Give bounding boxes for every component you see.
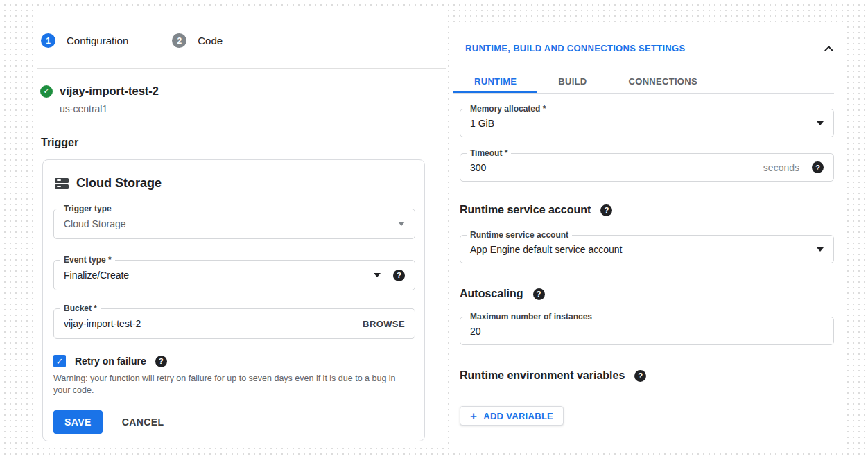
memory-allocated-value: 1 GiB [470, 118, 494, 129]
trigger-card: Cloud Storage Trigger type Cloud Storage… [42, 159, 425, 441]
max-instances-input[interactable]: Maximum number of instances 20 [460, 317, 834, 345]
success-check-icon: ✓ [40, 85, 53, 98]
timeout-input[interactable]: Timeout * 300 seconds ? [460, 153, 834, 182]
trigger-type-value: Cloud Storage [64, 218, 126, 229]
autoscaling-help-icon[interactable]: ? [533, 288, 545, 300]
page-background: 1 Configuration — 2 Code ✓ vijay-import-… [0, 0, 868, 456]
service-account-value: App Engine default service account [470, 244, 622, 255]
event-type-help-icon[interactable]: ? [393, 270, 405, 281]
retry-checkbox-label: Retry on failure [75, 356, 146, 367]
bucket-input[interactable]: Bucket * vijay-import-test-2 BROWSE [53, 308, 415, 339]
event-type-label: Event type * [60, 255, 115, 265]
settings-tabs: RUNTIME BUILD CONNECTIONS [453, 69, 834, 94]
timeout-label: Timeout * [467, 148, 511, 158]
settings-expander-title: RUNTIME, BUILD AND CONNECTIONS SETTINGS [465, 43, 685, 53]
settings-expander[interactable]: RUNTIME, BUILD AND CONNECTIONS SETTINGS [465, 43, 832, 53]
timeout-unit: seconds [763, 162, 799, 173]
step-1-circle[interactable]: 1 [41, 33, 55, 48]
function-header: ✓ vijay-import-test-2 [40, 85, 159, 98]
service-account-select[interactable]: Runtime service account App Engine defau… [460, 235, 834, 263]
timeout-help-icon[interactable]: ? [812, 161, 824, 173]
bucket-label: Bucket * [60, 304, 101, 313]
event-type-select[interactable]: Event type * Finalize/Create ? [53, 260, 415, 290]
trigger-card-title-row: Cloud Storage [55, 176, 162, 191]
add-variable-button[interactable]: + ADD VARIABLE [460, 406, 564, 426]
step-separator: — [145, 35, 155, 46]
step-2-label[interactable]: Code [198, 35, 223, 46]
event-type-value: Finalize/Create [64, 270, 129, 281]
browse-button[interactable]: BROWSE [363, 319, 405, 329]
function-name: vijay-import-test-2 [60, 85, 159, 98]
tab-connections[interactable]: CONNECTIONS [608, 69, 718, 93]
add-variable-label: ADD VARIABLE [483, 411, 553, 421]
service-account-help-icon[interactable]: ? [600, 204, 612, 216]
dropdown-caret-icon [374, 273, 381, 277]
save-button[interactable]: SAVE [53, 410, 103, 434]
plus-icon: + [470, 410, 477, 422]
trigger-type-select[interactable]: Trigger type Cloud Storage [53, 209, 415, 239]
retry-help-icon[interactable]: ? [155, 356, 167, 367]
service-account-heading: Runtime service account [460, 204, 591, 216]
cloud-storage-icon [55, 178, 69, 189]
trigger-card-title: Cloud Storage [76, 176, 162, 191]
retry-checkbox-row: ✓ Retry on failure ? [53, 355, 167, 367]
env-vars-section: Runtime environment variables ? [460, 369, 646, 382]
step-1-label[interactable]: Configuration [67, 35, 128, 46]
env-vars-help-icon[interactable]: ? [634, 370, 646, 382]
service-account-label: Runtime service account [467, 230, 572, 240]
dropdown-caret-icon [817, 247, 824, 252]
function-region: us-central1 [60, 103, 107, 114]
memory-allocated-select[interactable]: Memory allocated * 1 GiB [460, 109, 834, 137]
autoscaling-heading: Autoscaling [460, 288, 523, 300]
max-instances-label: Maximum number of instances [467, 312, 596, 322]
retry-checkbox[interactable]: ✓ [53, 355, 66, 367]
tab-build[interactable]: BUILD [537, 69, 607, 93]
tab-runtime[interactable]: RUNTIME [453, 69, 537, 93]
trigger-section-heading: Trigger [41, 137, 78, 149]
function-config-panel: 1 Configuration — 2 Code ✓ vijay-import-… [37, 7, 446, 447]
cancel-button[interactable]: CANCEL [122, 416, 164, 428]
memory-allocated-label: Memory allocated * [467, 104, 549, 114]
env-vars-heading: Runtime environment variables [460, 369, 625, 382]
trigger-type-label: Trigger type [60, 204, 115, 213]
bucket-value: vijay-import-test-2 [64, 318, 141, 329]
service-account-section: Runtime service account ? [460, 204, 612, 216]
stepper: 1 Configuration — 2 Code [41, 33, 223, 48]
trigger-actions: SAVE CANCEL [53, 410, 164, 434]
max-instances-value: 20 [470, 326, 481, 337]
runtime-settings-panel: RUNTIME, BUILD AND CONNECTIONS SETTINGS … [453, 26, 846, 450]
chevron-up-icon[interactable] [824, 46, 833, 55]
autoscaling-section: Autoscaling ? [460, 288, 545, 300]
stepper-divider [37, 68, 446, 69]
step-2-circle[interactable]: 2 [172, 33, 186, 48]
timeout-value: 300 [470, 162, 486, 173]
retry-warning-text: Warning: your function will retry on fai… [53, 373, 411, 396]
dropdown-caret-icon [817, 121, 824, 125]
dropdown-caret-icon [398, 222, 405, 226]
